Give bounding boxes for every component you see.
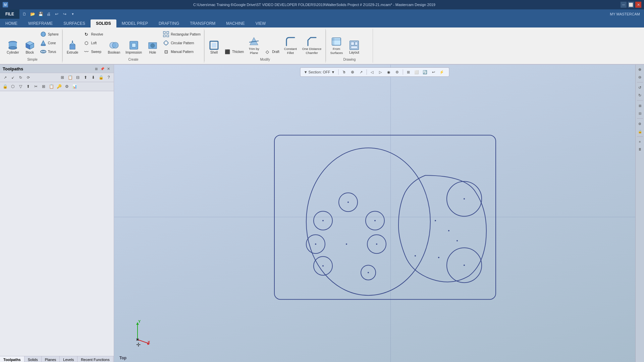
- ribbon-item-shell[interactable]: Shell: [207, 39, 221, 56]
- lpt2-btn-4[interactable]: ⬆: [24, 83, 32, 90]
- qat-dropdown-button[interactable]: ▼: [69, 10, 76, 18]
- vp-btn-2[interactable]: ⊕: [349, 68, 356, 76]
- vp-btn-4[interactable]: ◁: [368, 68, 376, 76]
- lpt-btn-5[interactable]: ⊞: [59, 74, 66, 81]
- lpt2-btn-5[interactable]: ✂: [32, 83, 40, 90]
- lpt2-btn-10[interactable]: 📊: [71, 83, 78, 90]
- panel-pin-button[interactable]: 📌: [100, 66, 105, 71]
- restore-button[interactable]: ⬜: [628, 2, 634, 8]
- lpt-btn-10[interactable]: 🔒: [97, 74, 105, 81]
- lpt2-btn-9[interactable]: ⚙: [63, 83, 70, 90]
- lpt-deselect-btn[interactable]: ↙: [9, 74, 16, 81]
- rp-btn-9[interactable]: ≡: [637, 138, 643, 145]
- tab-toolpaths[interactable]: Toolpaths: [0, 356, 24, 362]
- ribbon-item-layout[interactable]: Layout: [347, 39, 362, 56]
- tab-planes[interactable]: Planes: [42, 356, 60, 362]
- vp-btn-1[interactable]: 🖱: [340, 68, 348, 76]
- ribbon-item-torus[interactable]: Torus: [39, 48, 60, 56]
- ribbon-item-hole[interactable]: Hole: [145, 39, 160, 56]
- rp-btn-3[interactable]: ↺: [637, 84, 643, 91]
- svg-rect-43: [274, 135, 496, 299]
- vp-btn-9[interactable]: ⬜: [413, 68, 420, 76]
- ribbon-item-circular-pattern[interactable]: Circular Pattern: [161, 39, 202, 47]
- tab-modelprep[interactable]: MODEL PREP: [116, 19, 153, 27]
- lpt-btn-6[interactable]: 📋: [66, 74, 74, 81]
- tab-wireframe[interactable]: WIREFRAME: [23, 19, 58, 27]
- lpt2-btn-2[interactable]: ⬡: [9, 83, 16, 90]
- lpt2-btn-7[interactable]: 📋: [48, 83, 55, 90]
- tab-solids[interactable]: SOLIDS: [91, 19, 116, 27]
- rp-btn-7[interactable]: ⚙: [637, 120, 643, 127]
- ribbon-item-block[interactable]: Block: [22, 39, 37, 56]
- shell-icon: [209, 40, 219, 51]
- ribbon-item-cylinder[interactable]: Cylinder: [5, 39, 21, 56]
- tab-transform[interactable]: TRANSFORM: [184, 19, 221, 27]
- lpt-regen-all-btn[interactable]: ⟳: [24, 74, 32, 81]
- vp-btn-7[interactable]: ⚙: [393, 68, 401, 76]
- vp-btn-11[interactable]: ↩: [430, 68, 437, 76]
- ribbon-item-loft[interactable]: ⬡ Loft: [82, 39, 104, 47]
- ribbon-item-sphere[interactable]: Sphere: [39, 30, 60, 38]
- redo-button[interactable]: ↪: [61, 10, 68, 18]
- lpt-btn-11[interactable]: ?: [105, 74, 112, 81]
- ribbon-group-simple: Cylinder Block Sphere: [3, 29, 62, 63]
- save-button[interactable]: 💾: [37, 10, 44, 18]
- ribbon-item-draft[interactable]: ◇ Draft: [263, 48, 281, 56]
- ribbon-item-one-distance-chamfer[interactable]: One DistanceChamfer: [300, 35, 324, 56]
- lpt-btn-7[interactable]: ⊟: [74, 74, 82, 81]
- undo-button[interactable]: ↩: [53, 10, 60, 18]
- ribbon-item-cone[interactable]: Cone: [39, 39, 60, 47]
- lpt-select-btn[interactable]: ↗: [1, 74, 9, 81]
- open-button[interactable]: 📂: [29, 10, 36, 18]
- vp-btn-5[interactable]: ▷: [377, 68, 384, 76]
- rp-btn-4[interactable]: ↻: [637, 92, 643, 99]
- tab-drafting[interactable]: DRAFTING: [153, 19, 184, 27]
- lpt2-btn-8[interactable]: 🔑: [55, 83, 63, 90]
- close-button[interactable]: ✕: [635, 2, 641, 8]
- tab-recent-functions[interactable]: Recent Functions: [77, 356, 113, 362]
- panel-close-button[interactable]: ✕: [106, 66, 111, 71]
- rp-btn-1[interactable]: ⊕: [637, 66, 643, 73]
- lpt-btn-8[interactable]: ⬆: [82, 74, 89, 81]
- vp-btn-10[interactable]: 🔄: [421, 68, 429, 76]
- lpt-btn-9[interactable]: ⬇: [90, 74, 97, 81]
- ribbon-item-rectangular-pattern[interactable]: Rectangular Pattern: [161, 30, 202, 38]
- lpt2-btn-3[interactable]: ▽: [17, 83, 24, 90]
- rp-btn-10[interactable]: ≣: [637, 146, 643, 153]
- ribbon-item-trim-by-plane[interactable]: Trim byPlane: [247, 35, 261, 56]
- ribbon-item-impression[interactable]: Impression: [123, 39, 144, 56]
- tab-surfaces[interactable]: SURFACES: [58, 19, 91, 27]
- ribbon-item-sweep[interactable]: 〰 Sweep: [82, 48, 104, 56]
- panel-float-button[interactable]: ⊞: [94, 66, 99, 71]
- svg-point-18: [112, 42, 118, 48]
- ribbon-item-manual-pattern[interactable]: ⊡ Manual Pattern: [161, 48, 202, 56]
- ribbon-item-constant-fillet[interactable]: ConstantFillet: [282, 35, 299, 56]
- tab-solids-panel[interactable]: Solids: [24, 356, 42, 362]
- ribbon-item-revolve[interactable]: ↻ Revolve: [82, 30, 104, 38]
- new-button[interactable]: 🗋: [21, 10, 28, 18]
- rp-btn-2[interactable]: ⊖: [637, 74, 643, 80]
- ribbon-item-thicken[interactable]: ⬛ Thicken: [223, 48, 245, 56]
- ribbon-item-boolean[interactable]: Boolean: [106, 39, 122, 56]
- file-tab[interactable]: FILE: [0, 9, 19, 19]
- vp-btn-12[interactable]: ⚡: [438, 68, 445, 76]
- minimize-button[interactable]: ─: [621, 2, 627, 8]
- tab-home[interactable]: HOME: [0, 19, 23, 27]
- vp-btn-6[interactable]: ◉: [385, 68, 392, 76]
- ribbon-item-from-surfaces[interactable]: FromSurfaces: [328, 35, 345, 56]
- ribbon-item-extrude[interactable]: Extrude: [65, 39, 80, 56]
- lpt2-btn-1[interactable]: 🔒: [1, 83, 9, 90]
- viewport[interactable]: ▼ Section: OFF ▼ 🖱 ⊕ ↗ ◁ ▷ ◉ ⚙ ⊞ ⬜ 🔄 ↩ ⚡: [114, 65, 635, 362]
- rp-btn-5[interactable]: ⊞: [637, 102, 643, 109]
- vp-btn-3[interactable]: ↗: [357, 68, 365, 76]
- rp-btn-8[interactable]: 🔒: [637, 128, 643, 135]
- tab-machine[interactable]: MACHINE: [221, 19, 250, 27]
- vp-btn-8[interactable]: ⊞: [405, 68, 412, 76]
- tab-view[interactable]: VIEW: [250, 19, 271, 27]
- lpt2-btn-6[interactable]: ⊞: [40, 83, 47, 90]
- draft-label: Draft: [272, 50, 279, 54]
- lpt-regen-btn[interactable]: ↻: [17, 74, 24, 81]
- tab-levels[interactable]: Levels: [60, 356, 77, 362]
- print-button[interactable]: 🖨: [45, 10, 52, 18]
- rp-btn-6[interactable]: ⊟: [637, 110, 643, 117]
